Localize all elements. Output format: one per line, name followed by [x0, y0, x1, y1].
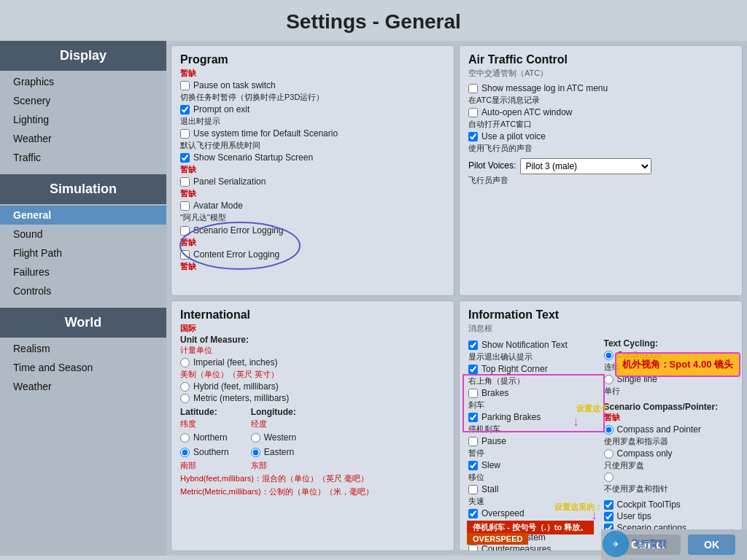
content-error-checkbox[interactable] — [180, 250, 190, 260]
north-radio[interactable] — [180, 433, 190, 443]
compass-only-row[interactable]: Compass only — [604, 448, 734, 459]
sidebar-simulation-header: Simulation — [0, 174, 166, 204]
infotext-subtitle: 消息框 — [468, 323, 733, 334]
avatar-row[interactable]: Avatar Mode — [180, 201, 445, 211]
imperial-radio-row[interactable]: Imperial (feet, inches) — [180, 357, 445, 368]
north-radio-row[interactable]: Northern — [180, 432, 229, 443]
content-error-row[interactable]: Content Error Logging — [180, 249, 283, 260]
sidebar-item-weather-world[interactable]: Weather — [0, 377, 166, 396]
sidebar-item-weather-display[interactable]: Weather — [0, 129, 166, 148]
countermeasures-checkbox[interactable] — [468, 545, 478, 552]
sidebar-item-traffic[interactable]: Traffic — [0, 148, 166, 167]
sidebar-item-controls[interactable]: Controls — [0, 281, 166, 300]
panel-serial-row[interactable]: Panel Serialization — [180, 176, 445, 187]
panel-serial-checkbox[interactable] — [180, 177, 190, 187]
sidebar-item-flight-path[interactable]: Flight Path — [0, 244, 166, 262]
scenario-error-row[interactable]: Scenario Error Logging — [180, 225, 283, 236]
imperial-radio[interactable] — [180, 358, 190, 368]
cockpit-tooltips-row[interactable]: Cockpit ToolTips — [604, 499, 734, 510]
pause-row[interactable]: Pause — [468, 436, 598, 446]
sidebar-item-realism[interactable]: Realism — [0, 339, 166, 358]
parking-brakes-checkbox[interactable] — [468, 413, 478, 422]
atc-text: 在ATC显示消息记录 — [468, 95, 733, 106]
scenario-startup-row[interactable]: Show Scenario Startup Screen — [180, 152, 445, 163]
sidebar-item-lighting[interactable]: Lighting — [0, 110, 166, 129]
atc-title: Air Traffic Control — [468, 53, 733, 66]
user-tips-checkbox[interactable] — [604, 512, 614, 521]
atc-pilot-label: Use a pilot voice — [481, 131, 546, 141]
systime-checkbox[interactable] — [180, 129, 190, 139]
user-tips-row[interactable]: User tips — [604, 511, 734, 521]
hybrid-radio-row[interactable]: Hybrid (feet, millibars) — [180, 381, 445, 392]
imperial-cn: 美制（单位）（英尺 英寸） — [180, 369, 445, 380]
avatar-checkbox[interactable] — [180, 201, 190, 211]
south-radio-row[interactable]: Southern — [180, 447, 229, 457]
brakes-checkbox[interactable] — [468, 389, 478, 398]
pause-cn: 暂停 — [468, 448, 598, 459]
atc-pilot-row[interactable]: Use a pilot voice — [468, 131, 733, 141]
continuous-radio-row[interactable]: Continuous — [604, 350, 734, 360]
overspeed-checkbox[interactable] — [468, 509, 478, 518]
sidebar-item-general[interactable]: General — [0, 206, 166, 225]
atc-pilot-checkbox[interactable] — [468, 132, 478, 141]
hybrid-label: Hybrid (feet, millibars) — [193, 381, 279, 392]
compass-pointer-label: Compass and Pointer — [617, 424, 701, 435]
infotext-title: Information Text — [468, 308, 733, 322]
continuous-radio[interactable] — [604, 351, 614, 360]
west-radio[interactable] — [251, 433, 260, 443]
south-radio[interactable] — [180, 448, 190, 457]
scenario-startup-checkbox[interactable] — [180, 153, 190, 163]
singleline-radio-row[interactable]: Single line — [604, 374, 734, 384]
slew-row[interactable]: Slew — [468, 460, 598, 470]
no-compass-row[interactable] — [604, 472, 734, 482]
atc-autoopen-checkbox[interactable] — [468, 108, 478, 117]
weapon-row[interactable]: Weapon System — [468, 532, 598, 542]
atc-msglog-row[interactable]: Show message log in ATC menu — [468, 83, 733, 93]
metric-radio-row[interactable]: Metric (meters, millibars) — [180, 393, 445, 403]
hybrid-radio[interactable] — [180, 382, 190, 392]
atc-msglog-checkbox[interactable] — [468, 84, 478, 93]
stall-row[interactable]: Stall — [468, 484, 598, 494]
cockpit-tooltips-checkbox[interactable] — [604, 500, 614, 510]
east-radio[interactable] — [251, 448, 260, 457]
west-radio-row[interactable]: Western — [251, 432, 296, 443]
pause-task-row[interactable]: Pause on task switch — [180, 80, 445, 90]
systime-row[interactable]: Use system time for Default Scenario — [180, 128, 445, 139]
pause-checkbox[interactable] — [468, 437, 478, 446]
compass-pointer-row[interactable]: Compass and Pointer — [604, 424, 734, 435]
atc-msglog-label: Show message log in ATC menu — [481, 83, 608, 93]
countermeasures-row[interactable]: Countermeasures — [468, 544, 598, 551]
countermeasures-label: Countermeasures — [481, 544, 551, 551]
sidebar-item-sound[interactable]: Sound — [0, 225, 166, 244]
no-compass-radio[interactable] — [604, 472, 614, 482]
sidebar-item-graphics[interactable]: Graphics — [0, 72, 166, 91]
metric-radio[interactable] — [180, 394, 190, 403]
sidebar-item-time-and-season[interactable]: Time and Season — [0, 358, 166, 377]
ok-button[interactable]: OK — [688, 534, 735, 555]
sidebar-item-failures[interactable]: Failures — [0, 262, 166, 281]
top-right-row[interactable]: Top Right Corner — [468, 364, 598, 374]
atc-autoopen-text: 自动打开ATC窗口 — [468, 119, 733, 130]
sidebar-item-scenery[interactable]: Scenery — [0, 91, 166, 110]
prompt-exit-checkbox[interactable] — [180, 105, 190, 114]
atc-panel: Air Traffic Control 空中交通管制（ATC） Show mes… — [459, 45, 743, 296]
parking-brakes-row[interactable]: Parking Brakes — [468, 412, 598, 422]
slew-checkbox[interactable] — [468, 461, 478, 470]
singleline-radio[interactable] — [604, 375, 614, 384]
top-right-checkbox[interactable] — [468, 365, 478, 374]
east-radio-row[interactable]: Eastern — [251, 447, 296, 457]
atc-autoopen-row[interactable]: Auto-open ATC window — [468, 107, 733, 117]
pause-task-label: Pause on task switch — [193, 80, 276, 90]
compass-only-radio[interactable] — [604, 449, 614, 459]
weapon-checkbox[interactable] — [468, 533, 478, 542]
pilot-voices-select[interactable]: Pilot 3 (male) — [520, 158, 651, 174]
compass-pointer-radio[interactable] — [604, 425, 614, 435]
pause-task-checkbox[interactable] — [180, 81, 190, 90]
stall-checkbox[interactable] — [468, 485, 478, 494]
scenario-error-checkbox[interactable] — [180, 226, 190, 236]
show-notification-row[interactable]: Show Notification Text — [468, 340, 598, 350]
brakes-row[interactable]: Brakes — [468, 388, 598, 398]
prompt-exit-row[interactable]: Prompt on exit — [180, 104, 445, 114]
show-notification-checkbox[interactable] — [468, 341, 478, 350]
overspeed-row[interactable]: Overspeed — [468, 508, 598, 518]
